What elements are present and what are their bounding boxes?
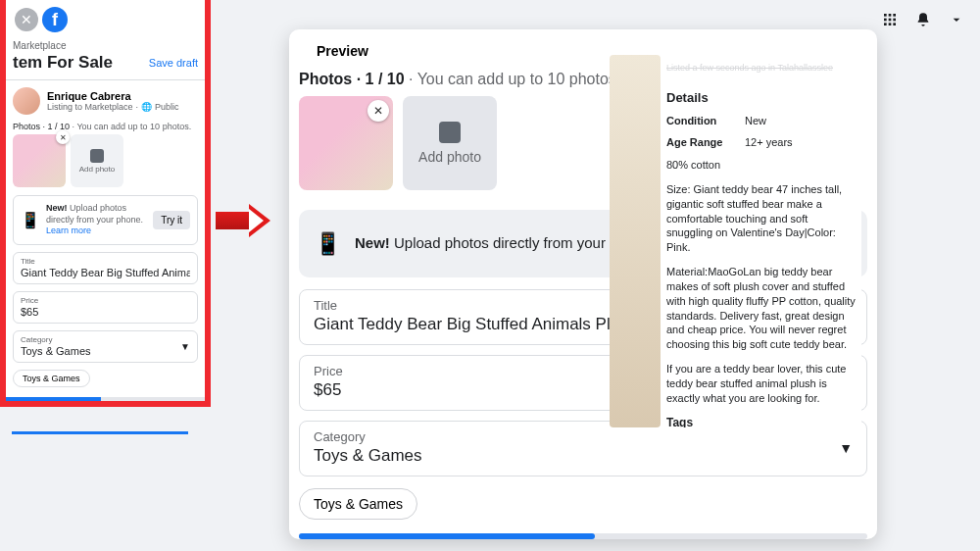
svg-rect-0 bbox=[884, 14, 887, 17]
svg-rect-8 bbox=[893, 23, 896, 25]
left-listing-form: ✕ f Marketplace tem For Sale Save draft … bbox=[0, 0, 211, 407]
add-photo-button[interactable]: Add photo bbox=[71, 134, 123, 187]
form-progress bbox=[6, 397, 205, 401]
category-chip[interactable]: Toys & Games bbox=[299, 488, 417, 520]
upload-from-phone-banner: 📱 New! Upload photos directly from your … bbox=[13, 195, 198, 245]
svg-rect-5 bbox=[893, 19, 896, 22]
svg-rect-3 bbox=[884, 19, 887, 22]
category-select[interactable]: Category Toys & Games ▼ bbox=[299, 421, 867, 476]
category-chip[interactable]: Toys & Games bbox=[13, 370, 90, 387]
listing-timestamp: Listed a few seconds ago in Talahallassl… bbox=[666, 63, 856, 73]
learn-more-link[interactable]: Learn more bbox=[46, 225, 91, 235]
globe-icon: 🌐 bbox=[141, 102, 152, 112]
save-draft-link[interactable]: Save draft bbox=[149, 57, 198, 69]
svg-rect-4 bbox=[889, 19, 892, 22]
try-it-button[interactable]: Try it bbox=[153, 211, 190, 229]
svg-rect-6 bbox=[884, 23, 887, 25]
title-input[interactable]: Title Giant Teddy Bear Big Stuffed Anima… bbox=[13, 252, 198, 284]
user-meta: Listing to Marketplace· 🌐 Public bbox=[47, 102, 179, 112]
add-photo-icon bbox=[439, 122, 461, 143]
user-avatar bbox=[13, 87, 40, 115]
phone-icon: 📱 bbox=[21, 211, 40, 229]
listing-details-panel: Listed a few seconds ago in Talahallassl… bbox=[661, 55, 861, 427]
chevron-down-icon: ▼ bbox=[839, 440, 853, 456]
description-line: Size: Giant teddy bear 47 inches tall, g… bbox=[666, 182, 856, 255]
phone-icon: 📱 bbox=[315, 231, 341, 257]
category-select[interactable]: Category Toys & Games ▼ bbox=[13, 330, 198, 363]
listing-photo-preview bbox=[610, 55, 661, 427]
remove-photo-icon[interactable]: ✕ bbox=[368, 100, 389, 122]
page-title: tem For Sale bbox=[13, 53, 113, 73]
arrow-icon bbox=[216, 212, 251, 229]
description-line: Material:MaoGoLan big teddy bear makes o… bbox=[666, 265, 856, 352]
add-photo-button[interactable]: Add photo bbox=[403, 96, 497, 190]
apps-icon[interactable] bbox=[876, 6, 904, 33]
add-photo-icon bbox=[90, 149, 104, 163]
breadcrumb: Marketplace bbox=[13, 40, 198, 51]
svg-rect-2 bbox=[893, 14, 896, 17]
facebook-logo[interactable]: f bbox=[42, 7, 68, 32]
chevron-down-icon: ▼ bbox=[180, 341, 190, 352]
svg-rect-1 bbox=[889, 14, 892, 17]
close-button[interactable]: ✕ bbox=[15, 8, 38, 31]
notifications-icon[interactable] bbox=[909, 6, 937, 33]
remove-photo-icon[interactable]: ✕ bbox=[56, 130, 70, 144]
progress-bar-bottom bbox=[12, 431, 188, 434]
detail-row-age-range: Age Range 12+ years bbox=[666, 136, 856, 148]
photo-thumbnail[interactable]: ✕ bbox=[299, 96, 393, 190]
description-line: If you are a teddy bear lover, this cute… bbox=[666, 362, 856, 406]
photos-counter: Photos · 1 / 10 · You can add up to 10 p… bbox=[13, 122, 198, 131]
user-name: Enrique Cabrera bbox=[47, 90, 179, 102]
description-line: 80% cotton bbox=[666, 158, 856, 173]
details-heading: Details bbox=[666, 90, 856, 105]
price-input[interactable]: Price $65 bbox=[13, 291, 198, 324]
form-progress bbox=[299, 533, 867, 539]
detail-row-condition: Condition New bbox=[666, 115, 856, 126]
svg-rect-7 bbox=[889, 23, 892, 25]
tags-heading: Tags bbox=[666, 416, 856, 427]
photo-thumbnail[interactable]: ✕ bbox=[13, 134, 66, 187]
account-caret-icon[interactable] bbox=[943, 6, 970, 33]
